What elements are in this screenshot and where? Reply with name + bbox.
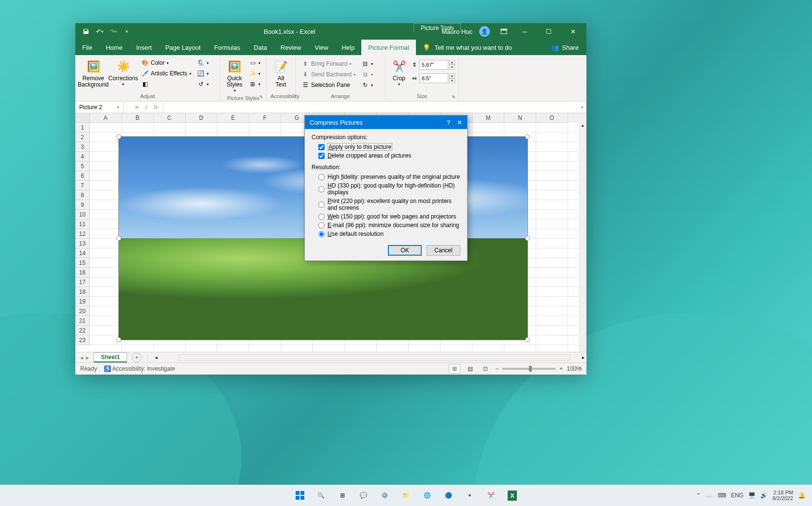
height-spinner[interactable]: ▴▾ bbox=[449, 60, 455, 70]
save-icon[interactable] bbox=[81, 27, 91, 36]
col-header[interactable]: M bbox=[472, 113, 504, 123]
row-header[interactable]: 7 bbox=[75, 181, 90, 190]
col-header[interactable]: N bbox=[504, 113, 536, 123]
width-field[interactable]: ⇔▴▾ bbox=[411, 73, 455, 83]
row-header[interactable]: 19 bbox=[75, 297, 90, 306]
sheet-tab-active[interactable]: Sheet1 bbox=[94, 352, 127, 362]
row-header[interactable]: 22 bbox=[75, 326, 90, 335]
page-layout-view-icon[interactable]: ▤ bbox=[464, 364, 476, 374]
row-header[interactable]: 2 bbox=[75, 132, 90, 142]
row-header[interactable]: 3 bbox=[75, 142, 90, 152]
apply-only-label[interactable]: AApply only to this picturepply only to … bbox=[328, 144, 392, 150]
row-header[interactable]: 17 bbox=[75, 277, 90, 287]
resize-handle[interactable] bbox=[525, 337, 530, 342]
expand-formula-icon[interactable]: ▾ bbox=[578, 105, 586, 110]
ribbon-display-icon[interactable] bbox=[497, 24, 511, 39]
col-header[interactable]: O bbox=[536, 113, 568, 123]
row-header[interactable]: 11 bbox=[75, 219, 90, 229]
tab-nav[interactable]: ◂▸ bbox=[75, 354, 94, 361]
volume-icon[interactable]: 🔊 bbox=[760, 492, 768, 499]
onedrive-icon[interactable]: ☁️ bbox=[706, 492, 713, 499]
dialog-help-icon[interactable]: ? bbox=[447, 119, 450, 126]
task-view-icon[interactable]: ⊞ bbox=[333, 486, 352, 505]
row-header[interactable]: 5 bbox=[75, 161, 90, 171]
email-radio[interactable] bbox=[318, 222, 325, 229]
clock[interactable]: 2:18 PM 8/2/2022 bbox=[772, 490, 793, 501]
resize-handle[interactable] bbox=[116, 134, 121, 139]
tray-chevron-icon[interactable]: ⌃ bbox=[696, 492, 701, 499]
cancel-formula-icon[interactable]: ✕ bbox=[134, 104, 139, 111]
col-header[interactable]: E bbox=[217, 113, 249, 123]
notifications-icon[interactable]: 🔔 bbox=[798, 492, 805, 499]
row-header[interactable]: 20 bbox=[75, 306, 90, 316]
row-header[interactable]: 14 bbox=[75, 248, 90, 258]
height-input[interactable] bbox=[419, 60, 448, 70]
browser-icon[interactable]: 🔵 bbox=[440, 486, 458, 505]
row-header[interactable]: 18 bbox=[75, 287, 90, 297]
resize-handle[interactable] bbox=[116, 337, 121, 342]
col-header[interactable]: F bbox=[249, 113, 281, 123]
high-fidelity-radio[interactable] bbox=[318, 174, 325, 180]
tab-formulas[interactable]: Formulas bbox=[207, 40, 247, 55]
undo-icon[interactable]: ↶▾ bbox=[95, 27, 104, 36]
terminal-icon[interactable]: ▪️ bbox=[461, 486, 479, 505]
transparency-button[interactable]: ◧ bbox=[139, 79, 193, 89]
row-header[interactable]: 4 bbox=[75, 152, 90, 161]
name-box[interactable]: Picture 2▾ bbox=[75, 101, 124, 113]
enter-formula-icon[interactable]: ✓ bbox=[144, 104, 149, 111]
accessibility-status[interactable]: ♿ Accessibility: Investigate bbox=[104, 365, 175, 372]
row-header[interactable]: 21 bbox=[75, 316, 90, 326]
resize-handle[interactable] bbox=[525, 134, 530, 139]
picture-border-button[interactable]: ▭▾ bbox=[247, 58, 262, 68]
settings-app-icon[interactable]: ⚙️ bbox=[376, 486, 394, 505]
hd-radio[interactable] bbox=[318, 186, 325, 192]
close-button[interactable]: ✕ bbox=[562, 24, 584, 39]
tab-view[interactable]: View bbox=[308, 40, 335, 55]
tab-help[interactable]: Help bbox=[335, 40, 361, 55]
hscroll-right-icon[interactable]: ▸ bbox=[580, 355, 586, 360]
chat-icon[interactable]: 💬 bbox=[355, 486, 373, 505]
alt-text-button[interactable]: 📝Alt Text bbox=[271, 57, 291, 90]
tell-me-search[interactable]: 💡 Tell me what you want to do bbox=[416, 40, 543, 55]
add-sheet-button[interactable]: + bbox=[132, 353, 142, 362]
excel-app-icon[interactable]: X bbox=[503, 486, 522, 505]
crop-button[interactable]: ✂️Crop▾ bbox=[389, 57, 409, 89]
artistic-effects-button[interactable]: 🖌️Artistic Effects ▾ bbox=[139, 69, 193, 78]
file-explorer-icon[interactable]: 📁 bbox=[397, 486, 415, 505]
row-header[interactable]: 16 bbox=[75, 268, 90, 277]
col-header[interactable]: A bbox=[90, 113, 122, 123]
fx-icon[interactable]: fx bbox=[154, 104, 158, 111]
language-indicator[interactable]: ENG bbox=[731, 492, 743, 499]
resize-handle[interactable] bbox=[525, 236, 530, 241]
tab-data[interactable]: Data bbox=[247, 40, 273, 55]
vertical-scrollbar[interactable]: ▴ bbox=[579, 123, 586, 352]
row-header[interactable]: 1 bbox=[75, 123, 90, 132]
next-sheet-icon[interactable]: ▸ bbox=[86, 354, 89, 361]
keyboard-icon[interactable]: ⌨ bbox=[718, 492, 726, 499]
share-button[interactable]: 👥 Share bbox=[543, 40, 586, 55]
prev-sheet-icon[interactable]: ◂ bbox=[80, 354, 83, 361]
corrections-button[interactable]: ☀️Corrections▾ bbox=[109, 57, 137, 89]
col-header[interactable]: D bbox=[185, 113, 217, 123]
web-radio[interactable] bbox=[318, 214, 325, 220]
tab-file[interactable]: File bbox=[75, 40, 99, 55]
high-fidelity-label[interactable]: High fidelity: preserves quality of the … bbox=[328, 173, 460, 180]
remove-background-button[interactable]: 🖼️Remove Background bbox=[79, 57, 107, 90]
web-label[interactable]: Web (150 ppi): good for web pages and pr… bbox=[328, 213, 456, 220]
group-button[interactable]: ⧉▾ bbox=[359, 70, 375, 79]
row-header[interactable]: 13 bbox=[75, 239, 90, 248]
zoom-slider[interactable] bbox=[502, 368, 556, 370]
picture-layout-button[interactable]: ⊞▾ bbox=[247, 79, 262, 89]
apply-only-checkbox[interactable] bbox=[318, 144, 325, 150]
col-header[interactable]: C bbox=[154, 113, 185, 123]
row-header[interactable]: 10 bbox=[75, 210, 90, 219]
size-launcher-icon[interactable]: ⬊ bbox=[451, 94, 456, 100]
compress-pictures-button[interactable]: 🗜️▾ bbox=[195, 58, 211, 68]
network-icon[interactable]: 🖥️ bbox=[748, 492, 755, 499]
row-header[interactable]: 12 bbox=[75, 229, 90, 239]
tab-page-layout[interactable]: Page Layout bbox=[158, 40, 207, 55]
height-field[interactable]: ⇕▴▾ bbox=[411, 60, 455, 70]
qat-customize-icon[interactable]: ▾ bbox=[122, 27, 131, 36]
ok-button[interactable]: OK bbox=[388, 245, 422, 256]
print-radio[interactable] bbox=[318, 202, 325, 208]
